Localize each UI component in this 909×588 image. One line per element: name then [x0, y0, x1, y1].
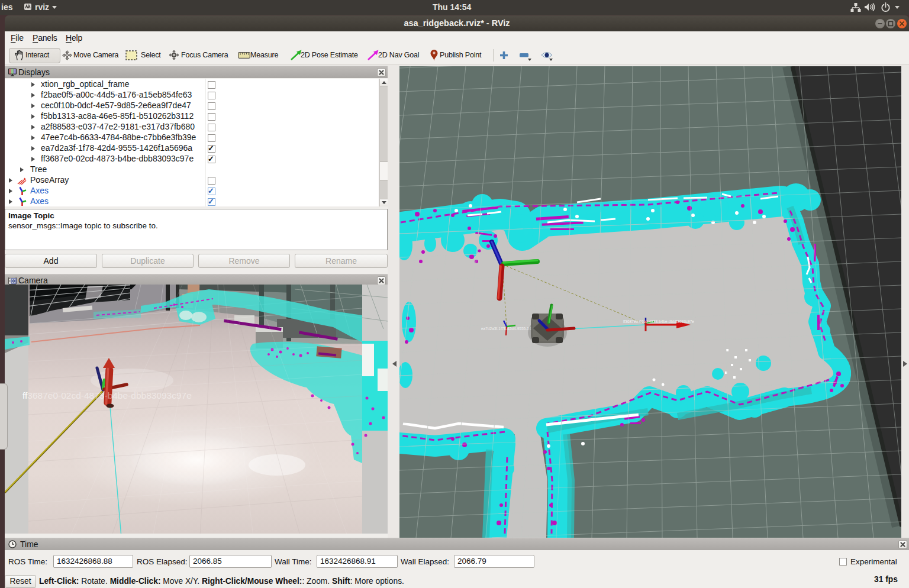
svg-text:ff3687e0-02cd-4873-b4be-dbb830: ff3687e0-02cd-4873-b4be-dbb83093c97e [623, 319, 694, 324]
svg-text:ff: ff [22, 390, 28, 400]
svg-text:ff3687e0-02cd-4873-b4be-dbb830: ff3687e0-02cd-4873-b4be-dbb83093c97e [22, 390, 192, 400]
